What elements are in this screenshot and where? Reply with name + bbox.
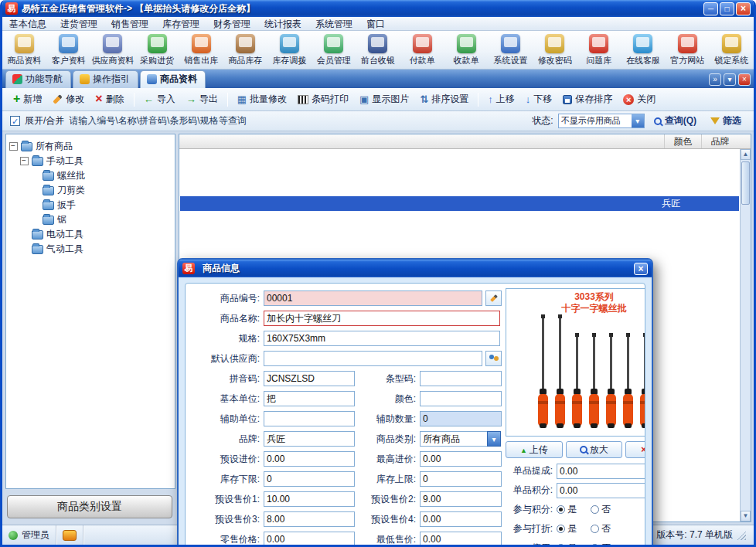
tab-pin-icon[interactable] — [724, 73, 736, 86]
scroll-down-icon[interactable] — [741, 511, 751, 522]
tab-products[interactable]: 商品资料 — [140, 70, 206, 88]
max-cost-input[interactable] — [420, 451, 502, 467]
tree-expander-icon[interactable] — [9, 142, 18, 151]
product-name-input[interactable] — [264, 311, 500, 326]
tree-item[interactable]: 电动工具 — [20, 227, 172, 242]
tree-item[interactable]: 手动工具 — [20, 154, 172, 168]
delete-image-button[interactable]: 删除 — [625, 441, 645, 458]
toolbar-item-settings[interactable]: 系统设置 — [489, 31, 533, 69]
aux-qty-input[interactable] — [420, 411, 502, 426]
menu-item[interactable]: 基本信息 — [2, 17, 53, 31]
spec-input[interactable] — [264, 331, 500, 346]
color-input[interactable] — [420, 391, 502, 406]
menu-item[interactable]: 窗口 — [359, 17, 392, 31]
toolbar-item-transfer[interactable]: 库存调拨 — [267, 31, 312, 69]
edit-button[interactable]: 修改 — [48, 90, 89, 108]
sort-settings-button[interactable]: 排序设置 — [415, 90, 473, 108]
toolbar-item-receipt[interactable]: 收款单 — [444, 31, 489, 69]
barcode-input[interactable] — [420, 371, 502, 386]
toolbar-item-products[interactable]: 商品资料 — [2, 31, 46, 69]
supplier-lookup-button[interactable] — [485, 351, 502, 366]
toolbar-item-password[interactable]: 修改密码 — [533, 31, 577, 69]
chevron-down-icon[interactable] — [632, 114, 644, 127]
menu-item[interactable]: 库存管理 — [155, 17, 206, 31]
add-button[interactable]: 新增 — [9, 90, 46, 108]
points-input[interactable] — [557, 483, 645, 498]
table-row-selected[interactable]: 兵匠 — [180, 196, 739, 211]
zoom-button[interactable]: 放大 — [566, 441, 623, 458]
disable-no-radio[interactable]: 否 — [591, 542, 611, 547]
expand-collapse-checkbox[interactable] — [10, 116, 20, 126]
close-tab-button[interactable]: 关闭 — [618, 90, 660, 108]
stock-max-input[interactable] — [420, 471, 502, 487]
aux-unit-input[interactable] — [264, 411, 355, 426]
tree-item[interactable]: 扳手 — [31, 198, 172, 212]
tree-expander-icon[interactable] — [20, 157, 29, 165]
tree-item[interactable]: 刀剪类 — [31, 183, 172, 198]
menu-item[interactable]: 系统管理 — [308, 17, 359, 31]
save-sort-button[interactable]: 保存排序 — [558, 90, 617, 108]
points-no-radio[interactable]: 否 — [591, 503, 611, 516]
table-scrollbar[interactable] — [740, 149, 751, 522]
toolbar-item-sales-out[interactable]: 销售出库 — [179, 31, 223, 69]
tab-function-nav[interactable]: 功能导航 — [5, 70, 71, 88]
toolbar-item-stock[interactable]: 商品库存 — [223, 31, 267, 69]
scrollbar-thumb[interactable] — [741, 161, 750, 205]
price1-input[interactable] — [264, 491, 355, 507]
base-unit-input[interactable] — [264, 391, 355, 406]
price3-input[interactable] — [264, 511, 355, 527]
stock-min-input[interactable] — [264, 471, 355, 487]
menu-item[interactable]: 进货管理 — [53, 17, 104, 31]
tree-item[interactable]: 螺丝批 — [31, 168, 172, 183]
price2-input[interactable] — [420, 491, 502, 507]
retail-price-input[interactable] — [264, 532, 355, 547]
toolbar-item-members[interactable]: 会员管理 — [312, 31, 356, 69]
menu-item[interactable]: 统计报表 — [257, 17, 308, 31]
move-down-button[interactable]: 下移 — [521, 90, 557, 108]
toolbar-item-customers[interactable]: 客户资料 — [46, 31, 90, 69]
toolbar-item-questions[interactable]: 问题库 — [577, 31, 621, 69]
barcode-print-button[interactable]: 条码打印 — [293, 90, 353, 108]
toolbar-item-payment[interactable]: 付款单 — [400, 31, 444, 69]
filter-button[interactable]: 筛选 — [706, 112, 746, 130]
column-header-brand[interactable]: 品牌 — [701, 134, 738, 148]
discount-no-radio[interactable]: 否 — [591, 522, 611, 535]
upload-button[interactable]: 上传 — [506, 441, 563, 458]
import-button[interactable]: 导入 — [139, 90, 180, 108]
category-dropdown-icon[interactable] — [487, 431, 501, 447]
toolbar-item-suppliers[interactable]: 供应商资料 — [90, 31, 135, 69]
export-button[interactable]: 导出 — [182, 90, 223, 108]
batch-edit-button[interactable]: 批量修改 — [233, 90, 291, 108]
menu-item[interactable]: 财务管理 — [206, 17, 257, 31]
category-input[interactable] — [420, 431, 488, 447]
pinyin-input[interactable] — [264, 371, 355, 386]
edit-code-button[interactable] — [485, 290, 502, 306]
default-supplier-input[interactable] — [264, 351, 482, 366]
scroll-up-icon[interactable] — [741, 149, 751, 160]
tab-scroll-icon[interactable] — [709, 73, 721, 86]
status-dropdown[interactable]: 不显示停用商品 — [558, 114, 645, 128]
toolbar-item-website[interactable]: 官方网站 — [666, 31, 710, 69]
tree-item[interactable]: 所有商品 — [9, 139, 172, 154]
tree-item[interactable]: 锯 — [31, 212, 172, 227]
disable-yes-radio[interactable]: 是 — [557, 542, 577, 547]
points-yes-radio[interactable]: 是 — [557, 503, 577, 516]
discount-yes-radio[interactable]: 是 — [557, 522, 577, 535]
product-code-input[interactable] — [264, 290, 482, 306]
delete-button[interactable]: 删除 — [90, 90, 128, 108]
resize-grip[interactable] — [737, 531, 746, 540]
commission-input[interactable] — [557, 464, 645, 479]
tab-guide[interactable]: 操作指引 — [73, 70, 138, 88]
toolbar-item-lock[interactable]: 锁定系统 — [710, 31, 754, 69]
menu-item[interactable]: 销售管理 — [104, 17, 155, 31]
toolbar-item-cashier[interactable]: 前台收银 — [356, 31, 400, 69]
min-price-input[interactable] — [420, 532, 502, 547]
show-image-button[interactable]: 显示图片 — [355, 90, 414, 108]
dialog-close-button[interactable] — [634, 263, 648, 275]
close-button[interactable] — [736, 2, 751, 15]
column-header-color[interactable]: 颜色 — [664, 134, 701, 148]
toolbar-item-purchase[interactable]: 采购进货 — [135, 31, 179, 69]
brand-input[interactable] — [264, 431, 355, 447]
minimize-button[interactable] — [703, 2, 718, 15]
move-up-button[interactable]: 上移 — [483, 90, 519, 108]
